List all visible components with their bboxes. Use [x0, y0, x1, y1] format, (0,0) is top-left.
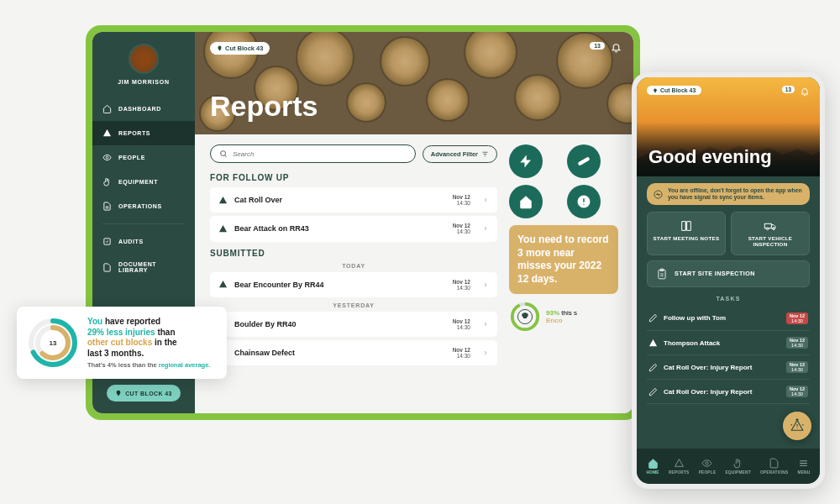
cutblock-pill-header[interactable]: Cut Block 43 — [210, 42, 270, 55]
task-title: Thompson Attack — [664, 339, 780, 347]
quick-bandage-button[interactable] — [567, 144, 601, 178]
bolt-icon — [518, 154, 533, 169]
svg-point-0 — [106, 156, 108, 159]
sidebar-item-equipment[interactable]: EQUIPMENT — [92, 170, 195, 194]
nav-label: HOME — [647, 470, 659, 475]
home-icon — [102, 104, 112, 113]
mobile-notifications-bell[interactable] — [800, 85, 810, 100]
nav-people[interactable]: PEOPLE — [699, 458, 717, 475]
username: JIM MORRISON — [118, 79, 170, 85]
task-title: Follow up with Tom — [664, 314, 780, 322]
pencil-icon — [648, 387, 658, 396]
hand-icon — [732, 458, 743, 469]
search-row: Advanced Filter — [210, 144, 497, 163]
home-icon — [648, 458, 659, 469]
nav-reports[interactable]: REPORTS — [669, 458, 690, 475]
nav-equipment[interactable]: EQUIPMENT — [725, 458, 750, 475]
nav-label: OPERATIONS — [760, 470, 788, 475]
task-item[interactable]: Cat Roll Over: Injury Report Nov 1214:30 — [647, 355, 810, 380]
book-icon — [680, 219, 693, 233]
report-title: Bear Attack on RR43 — [234, 224, 446, 233]
report-item[interactable]: Bear Attack on RR43 Nov 1214:30 — [210, 216, 497, 241]
sidebar-item-reports[interactable]: REPORTS — [92, 121, 195, 145]
bell-icon — [611, 42, 622, 53]
task-date-badge: Nov 1214:30 — [786, 386, 808, 397]
task-item[interactable]: Thompson Attack Nov 1214:30 — [647, 331, 810, 355]
clipboard-icon — [656, 268, 668, 280]
sidebar-item-dashboard[interactable]: DASHBOARD — [92, 97, 195, 121]
mobile-notifications-badge[interactable]: 13 — [782, 86, 795, 93]
svg-rect-3 — [577, 156, 590, 165]
sidebar-divider — [102, 223, 185, 224]
advanced-filter-label: Advanced Filter — [431, 150, 478, 158]
offline-text: You are offline, don't forget to open th… — [668, 187, 803, 201]
pin-icon — [217, 45, 223, 51]
report-date: Nov 1214:30 — [453, 318, 470, 330]
start-site-button[interactable]: START SITE INSPECTION — [647, 260, 810, 287]
cutblock-pill-label: CUT BLOCK 43 — [125, 391, 172, 396]
task-title: Cat Roll Over: Injury Report — [664, 364, 780, 371]
report-date: Nov 1214:30 — [453, 279, 470, 291]
notifications-bell[interactable] — [611, 41, 622, 56]
search-input[interactable] — [233, 150, 407, 158]
cutblock-pill-sidebar[interactable]: CUT BLOCK 43 — [107, 385, 181, 402]
sidebar-item-audits[interactable]: AUDITS — [92, 229, 195, 254]
nav-operations[interactable]: OPERATIONS — [760, 458, 788, 475]
pencil-icon — [648, 313, 658, 323]
emergency-fab[interactable] — [783, 412, 811, 440]
day-label-today: TODAY — [210, 263, 497, 269]
mobile-hero: Cut Block 43 13 Good evening — [637, 77, 820, 176]
encounter-donut — [509, 301, 541, 333]
doc-icon — [102, 202, 112, 211]
stats-donut: 13 — [27, 317, 79, 369]
report-item[interactable]: Cat Roll Over Nov 1214:30 — [210, 187, 497, 213]
warning-icon — [218, 224, 228, 234]
search-input-wrapper[interactable] — [210, 144, 416, 163]
cutblock-pill-label: Cut Block 43 — [225, 45, 263, 52]
svg-point-2 — [221, 151, 226, 156]
hazard-icon — [790, 418, 805, 433]
cutblock-pill-label: Cut Block 43 — [660, 87, 696, 93]
warning-icon — [674, 458, 685, 469]
task-item[interactable]: Cat Roll Over: Injury Report Nov 1214:30 — [647, 380, 810, 404]
doc-icon — [102, 263, 112, 272]
report-item[interactable]: Boulder By RR40 Nov 1214:30 — [210, 312, 497, 337]
avatar[interactable] — [129, 44, 159, 74]
reports-column: Advanced Filter FOR FOLLOW UP Cat Roll O… — [210, 144, 497, 369]
doc-icon — [769, 458, 780, 469]
sidebar-item-people[interactable]: PEOPLE — [92, 145, 195, 170]
task-date-badge: Nov 1214:30 — [786, 312, 808, 324]
sidebar-item-operations[interactable]: OPERATIONS — [92, 194, 195, 218]
svg-point-16 — [706, 462, 708, 465]
quick-home-button[interactable] — [509, 185, 543, 218]
report-item[interactable]: Chainsaw Defect Nov 1214:30 — [210, 340, 497, 365]
notifications-badge[interactable]: 13 — [590, 42, 605, 50]
nav-menu[interactable]: MENU — [797, 458, 810, 475]
report-item[interactable]: Bear Encounter By RR44 Nov 1214:30 — [210, 272, 497, 297]
followup-header: FOR FOLLOW UP — [210, 173, 497, 182]
cutblock-pill-mobile[interactable]: Cut Block 43 — [647, 86, 701, 95]
quick-actions-row: START MEETING NOTES START VEHICLE INSPEC… — [647, 212, 810, 255]
search-icon — [219, 150, 228, 158]
report-date: Nov 1214:30 — [453, 194, 470, 206]
alert-icon — [576, 194, 591, 209]
sidebar-item-label: REPORTS — [118, 130, 150, 136]
eye-icon — [701, 458, 712, 469]
greeting-text: Good evening — [648, 146, 772, 168]
task-item[interactable]: Follow up with Tom Nov 1214:30 — [647, 307, 810, 331]
start-vehicle-button[interactable]: START VEHICLE INSPECTION — [731, 212, 810, 255]
advanced-filter-button[interactable]: Advanced Filter — [423, 145, 497, 163]
bell-icon — [800, 87, 810, 97]
nav-home[interactable]: HOME — [647, 458, 659, 475]
sidebar-item-document-library[interactable]: DOCUMENT LIBRARY — [92, 254, 195, 281]
stats-text: You have reported 29% less injuries than… — [87, 317, 210, 369]
quick-alert-button[interactable] — [567, 185, 601, 218]
report-date: Nov 1214:30 — [453, 223, 470, 234]
encounter-text: 93% this s Enco — [546, 309, 577, 325]
eye-icon — [102, 153, 112, 162]
start-meeting-button[interactable]: START MEETING NOTES — [647, 212, 726, 255]
quick-bolt-button[interactable] — [509, 144, 543, 178]
encounter-stat: 93% this s Enco — [509, 301, 618, 333]
sidebar-item-label: PEOPLE — [118, 155, 145, 160]
action-label: START VEHICLE INSPECTION — [735, 236, 806, 248]
